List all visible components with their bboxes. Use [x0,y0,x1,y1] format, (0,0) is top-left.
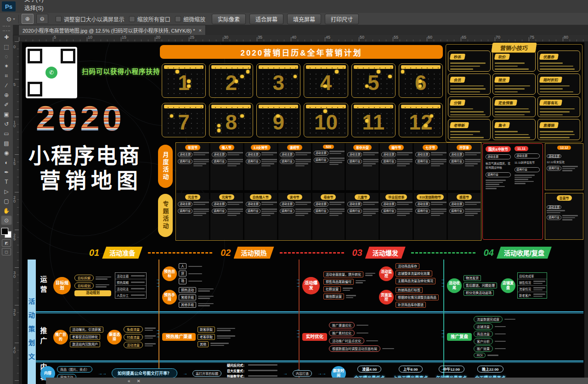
industry-pill: 适用行业 [486,172,511,177]
text-placeholder [329,204,341,205]
gradient-tool[interactable]: ▤ [1,138,12,148]
close-tab-icon[interactable]: × [198,28,201,33]
map-branch-row: 推广渠道优化 [329,322,394,328]
phase-number: 03 [352,248,362,258]
text-placeholder [217,335,235,337]
text-placeholder [514,177,532,178]
ruler-tick-label: 75 [530,35,534,40]
text-placeholder [397,204,409,205]
event-card-title: 年货节 [185,145,200,150]
toolbar-grip[interactable] [3,26,10,31]
menu-item[interactable]: 文字(Y) [19,0,50,3]
eraser-tool[interactable]: ▭ [1,129,12,138]
path-select-tool[interactable]: ▷ [1,186,12,196]
checkbox-box[interactable] [129,16,135,22]
clone-stamp-tool[interactable]: ▣ [1,109,12,119]
ruler-tick-label: 25 [190,35,194,40]
event-card: 情人节活动主题适用行业 [210,143,243,190]
document-tab-bar: 2020小程序电商营销地图.jpg @ 12.5% (扫码可以获得小程序扶持, … [18,25,588,35]
hand-tool[interactable]: ✋ [1,206,12,215]
flow-arrow: → [183,371,187,376]
pen-tool[interactable]: ✒ [1,167,12,177]
option-checkbox[interactable]: 细微缩放 [175,15,205,23]
shape-tool[interactable]: ▢ [1,196,12,206]
type-tool[interactable]: T [1,177,12,186]
map-branch-col: 新客获取老客获取其他 [198,327,235,347]
zoom-in-button[interactable]: ⊕ [22,14,34,24]
ruler-tick-label: 35 [13,309,17,316]
document-tab[interactable]: 2020小程序电商营销地图.jpg @ 12.5% (扫码可以获得小程序扶持, … [18,25,206,35]
checkbox-box[interactable] [175,16,181,22]
text-placeholder [397,211,413,212]
ruler-tick-label: 55 [394,35,398,40]
industry-pill: 适用行业 [314,209,328,214]
move-tool[interactable]: ✚ [1,32,12,42]
dodge-tool[interactable]: ◐ [1,158,12,167]
text-placeholder [227,209,243,210]
month-number: 3 [257,68,300,97]
theme-pill: 活动主题 [486,154,511,159]
map-branch-row: 渠道选择免费流量付费流量活动流量 [107,326,156,348]
map-branch-row: 商品流量 [474,331,515,337]
blur-tool[interactable]: ◉ [1,148,12,158]
option-button[interactable]: 打印尺寸 [325,14,359,24]
industry-pill: 适用行业 [178,159,192,164]
tip-card: 定金预售 [492,96,535,118]
map-branch-row: 预售商品尾款催付 [323,279,375,285]
map-hub-node: 实时优化 [302,333,327,341]
text-placeholder [397,159,413,160]
brush-tool[interactable]: ✐ [1,100,12,109]
zoom-tool[interactable]: ⊙ [1,215,12,225]
map-leaf-pill: 根据数据及时调整活动页面布局 [329,345,380,352]
map-branch-col [198,296,214,299]
quick-mask-button[interactable]: ◩ [2,239,11,247]
ruler-tick-label: 80 [564,35,568,40]
foreground-color[interactable] [1,228,8,235]
map-hub-node: 目标规划 [53,277,71,294]
canvas-area[interactable]: ✆ 扫码可以获得小程序扶持 2020 小程序电商 营销地图 2020营销日历&全… [19,41,588,384]
healing-brush-tool[interactable]: ⊕ [1,90,12,100]
menu-item[interactable]: 选择(S) [19,3,50,12]
option-button[interactable]: 实际像素 [212,14,246,24]
option-button[interactable]: 填充屏幕 [287,14,321,24]
qr-code: ✆ [26,47,77,98]
text-placeholder [431,154,443,156]
option-checkbox[interactable]: 缩放所有窗口 [129,15,170,23]
bottom-panel-bar[interactable]: « ✕ [46,378,588,384]
option-button[interactable]: 适合屏幕 [249,14,283,24]
map-branch-col: 免费流量付费流量活动流量 [124,326,156,348]
text-placeholder [248,375,277,377]
checkbox-box[interactable] [56,16,62,22]
map-branch-row: 活动收尾物流发货售后跟进、问题处理积分兑换活动返场 [447,275,497,296]
lasso-tool[interactable]: ◌ [1,51,12,61]
color-swatches[interactable] [1,228,11,238]
text-placeholder [465,211,481,212]
industry-pill: 适用行业 [347,159,362,164]
map-branch-col [397,159,413,166]
screen-mode-button[interactable]: ▢ [2,248,11,255]
map-branch-col: 推广渠道优化推广素材优化活动推广时监点优化根据数据及时调整活动页面布局 [329,322,394,352]
collapse-icon[interactable]: « [128,378,130,384]
industry-pill: 适用行业 [212,159,226,164]
poster-document[interactable]: ✆ 扫码可以获得小程序扶持 2020 小程序电商 营销地图 2020营销日历&全… [22,42,584,384]
crop-tool[interactable]: ⌗ [1,71,12,80]
theme-pill: 活动主题 [381,202,396,207]
text-placeholder [514,181,534,182]
map-leaf: 其他 [198,341,209,347]
map-branch-col [365,273,375,276]
map-branch-col: 活动全面放量，提升转化预售商品尾款催付社群运营微信群运营 [323,271,375,299]
map-branch-col: 活动曝光，引流获客老客促活召回转化激活站内沉默用户 [70,327,103,347]
eyedropper-tool[interactable]: ∕ [1,80,12,90]
zoom-tool-preset[interactable]: ⊙ ▼ [4,15,19,23]
magic-wand-tool[interactable]: ✶ [1,61,12,71]
map-leaf-pill: 内容打造 [293,370,312,377]
text-placeholder [210,345,224,346]
option-checkbox[interactable]: 调整窗口大小以满屏显示 [56,15,124,23]
zoom-out-button[interactable]: ⊖ [36,14,48,24]
marquee-tool[interactable]: ⬚ [1,42,12,51]
ruler-tick-label: 35 [258,35,262,40]
close-icon[interactable]: ✕ [137,378,141,384]
map-branch-row: 推广复盘流量数据完成度店铺流量商品流量客户分析推广效果ROI [447,316,515,358]
history-brush-tool[interactable]: ↺ [1,119,12,129]
text-placeholder [562,219,572,220]
